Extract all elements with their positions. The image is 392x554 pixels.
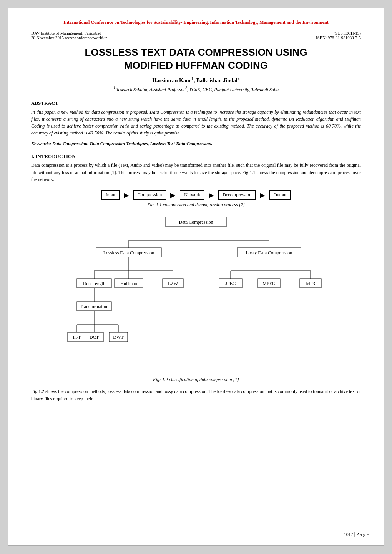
svg-text:Run-Length: Run-Length bbox=[83, 281, 105, 286]
fig1-node-input: Input bbox=[101, 190, 120, 200]
abstract-text: In this paper, a new method for data com… bbox=[31, 109, 361, 136]
author2-sup: 2 bbox=[238, 76, 240, 81]
title-line1: LOSSLESS TEXT DATA COMPRESSION USING bbox=[85, 46, 307, 58]
header-sub: DAV Institute of Management, Faridabad 2… bbox=[31, 30, 361, 40]
section1-title: I. INTRODUCTION bbox=[31, 153, 361, 159]
inst-name: DAV Institute of Management, Faridabad bbox=[31, 31, 108, 35]
aff-rest: , YCoE, GKC, Punjabi University, Talwand… bbox=[187, 87, 279, 92]
inst-code: (SUSTECH-15) bbox=[316, 31, 361, 35]
section1-para2: Fig 1.2 shows the compression methods, l… bbox=[31, 388, 361, 402]
title-line2: MODIFIED HUFFMAN CODING bbox=[124, 60, 268, 71]
svg-text:DCT: DCT bbox=[90, 335, 99, 340]
svg-text:LZW: LZW bbox=[168, 281, 178, 286]
svg-text:Transformation: Transformation bbox=[80, 304, 108, 309]
svg-text:Lossless Data Compression: Lossless Data Compression bbox=[103, 250, 154, 255]
fig1-node-decompression: Decompression bbox=[218, 190, 256, 200]
svg-text:Data Compression: Data Compression bbox=[179, 219, 213, 225]
svg-text:Huffman: Huffman bbox=[120, 281, 137, 286]
header-top: International Conference on Technologies… bbox=[31, 20, 361, 28]
svg-text:Lossy Data Compression: Lossy Data Compression bbox=[246, 250, 292, 255]
keywords-text: Data Compression, Data Compression Techn… bbox=[51, 141, 213, 146]
author2-name: , Balkrishan Jindal bbox=[194, 77, 238, 83]
keywords-label: Keywords: bbox=[31, 141, 51, 146]
fig1-arrow3: ▶ bbox=[204, 191, 218, 199]
fig1-arrow2: ▶ bbox=[166, 191, 180, 199]
fig1-node-network: Network bbox=[180, 190, 204, 200]
abstract-title: ABSTRACT bbox=[31, 100, 361, 106]
page-number: 1017 | P a g e bbox=[344, 532, 369, 537]
fig2-caption: Fig: 1.2 classification of data compress… bbox=[31, 377, 361, 383]
fig1-arrow4: ▶ bbox=[256, 191, 269, 199]
fig1-node-compression: Compression bbox=[133, 190, 166, 200]
fig1-node-output: Output bbox=[269, 190, 291, 200]
keywords: Keywords: Data Compression, Data Compres… bbox=[31, 140, 361, 147]
fig1-caption: Fig. 1.1 compression and decompression p… bbox=[31, 202, 361, 208]
fig1-arrow1: ▶ bbox=[120, 191, 133, 199]
page: International Conference on Technologies… bbox=[8, 8, 384, 546]
fig2-diagram: Data Compression Lossless Data Compressi… bbox=[61, 213, 331, 375]
svg-text:MPEG: MPEG bbox=[262, 281, 276, 286]
fig2-svg: Data Compression Lossless Data Compressi… bbox=[61, 213, 331, 375]
date-web: 28 November 2015 www.conferenceworld.in bbox=[31, 35, 108, 40]
fig1-diagram: Input ▶ Compression ▶ Network ▶ Decompre… bbox=[31, 190, 361, 200]
isbn: ISBN: 978-81-931039-7-5 bbox=[316, 35, 361, 40]
header-right: (SUSTECH-15) ISBN: 978-81-931039-7-5 bbox=[316, 31, 361, 40]
svg-text:DWT: DWT bbox=[113, 335, 124, 340]
section1-para1: Data compression is a process by which a… bbox=[31, 162, 361, 183]
aff-text: Research Scholar, Assistant Professor bbox=[115, 87, 185, 92]
affiliation: 1Research Scholar, Assistant Professor2,… bbox=[31, 86, 361, 93]
svg-text:FFT: FFT bbox=[73, 335, 81, 340]
conf-title: International Conference on Technologies… bbox=[31, 20, 361, 25]
paper-title: LOSSLESS TEXT DATA COMPRESSION USING MOD… bbox=[31, 46, 361, 72]
authors-line: Harsimran Kaur1, Balkrishan Jindal2 bbox=[31, 76, 361, 84]
header-left: DAV Institute of Management, Faridabad 2… bbox=[31, 31, 108, 40]
svg-text:JPEG: JPEG bbox=[225, 281, 236, 286]
svg-text:MP3: MP3 bbox=[306, 281, 315, 286]
author1-name: Harsimran Kaur bbox=[152, 77, 191, 83]
